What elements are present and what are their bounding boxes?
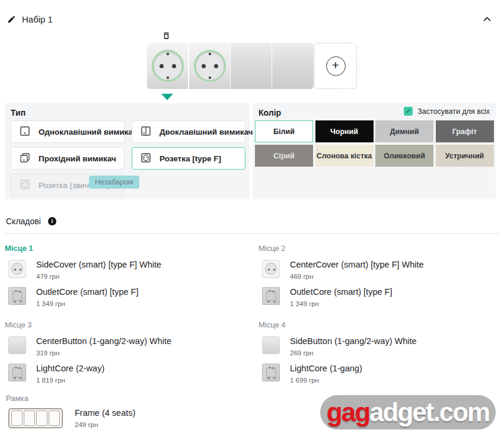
chevron-up-icon: [482, 17, 492, 26]
checkbox-checked-icon[interactable]: ✓: [404, 107, 413, 116]
type-option-one-gang[interactable]: Одноклавішний вимикач: [11, 120, 125, 143]
type-option-intermediate[interactable]: Прохідний вимикач: [11, 147, 125, 170]
list-item[interactable]: LightCore (1-gang) 1 699 грн: [262, 364, 502, 384]
place-4-label: Місце 4: [259, 320, 502, 329]
product-thumbnail-socket-cover: [8, 260, 26, 278]
color-swatch-smoky[interactable]: Димний: [375, 120, 433, 142]
product-price: 269 грн: [290, 349, 417, 357]
plus-icon: +: [326, 56, 346, 76]
product-name: CenterCover (smart) [type F] White: [290, 260, 424, 269]
product-thumbnail-frame: [8, 408, 63, 428]
color-section: Колір ✓ Застосувати для всіх Білий Чорни…: [253, 103, 496, 199]
product-thumbnail-socket-cover: [262, 260, 280, 278]
socket-face: [194, 50, 226, 82]
product-price: 1 349 грн: [290, 300, 392, 307]
coming-soon-badge: Незабаром: [89, 176, 139, 189]
place-3-label: Місце 3: [5, 320, 248, 329]
info-icon[interactable]: i: [48, 217, 56, 225]
collapse-set-button[interactable]: [482, 14, 492, 24]
frame-section-title: Рамка: [6, 394, 28, 403]
socket-face: [152, 50, 184, 82]
place-3-group: Місце 3 CenterButton (1-gang/2-way) Whit…: [5, 320, 248, 384]
selected-module-pointer: [161, 94, 173, 100]
watermark-logo: gagadget.com: [320, 395, 496, 429]
product-name: LightCore (2-way): [36, 364, 104, 373]
product-price: 319 грн: [36, 349, 171, 357]
product-thumbnail-mechanism: [8, 287, 26, 305]
apply-all-toggle[interactable]: ✓ Застосувати для всіх: [404, 107, 490, 116]
delete-module-button[interactable]: [162, 31, 171, 40]
product-price: 1 819 грн: [36, 377, 104, 384]
watermark-text-white: adget.com: [369, 397, 489, 427]
color-swatch-olive[interactable]: Оливковий: [375, 145, 433, 167]
color-swatch-ivory[interactable]: Слонова кістка: [315, 145, 374, 167]
product-price: 249 грн: [75, 421, 135, 428]
product-thumbnail-button-cover: [8, 336, 26, 354]
list-item[interactable]: OutletCore (smart) [type F] 1 349 грн: [262, 287, 502, 307]
place-4-group: Місце 4 SideButton (1-gang/2-way) White …: [259, 320, 502, 384]
set-header: Набір 1: [7, 14, 53, 24]
product-price: 1 349 грн: [36, 300, 138, 307]
apply-all-label: Застосувати для всіх: [417, 107, 490, 116]
one-gang-switch-icon: [20, 126, 30, 138]
module-socket-1[interactable]: [147, 43, 189, 89]
type-section: Тип Одноклавішний вимикач Двоклавішний в…: [5, 103, 250, 199]
color-section-title: Колір: [259, 108, 281, 117]
module-socket-2[interactable]: [189, 43, 231, 89]
product-thumbnail-button-cover: [262, 336, 280, 354]
list-item[interactable]: CenterButton (1-gang/2-way) White 319 гр…: [8, 336, 248, 357]
color-swatch-black[interactable]: Чорний: [315, 120, 374, 142]
components-title: Складові: [6, 217, 41, 226]
list-item[interactable]: OutletCore (smart) [type F] 1 349 грн: [8, 287, 248, 307]
module-switch-3[interactable]: [231, 43, 272, 89]
place-2-label: Місце 2: [259, 244, 502, 253]
components-header: Складові i: [6, 217, 56, 226]
color-swatch-oyster[interactable]: Устричний: [436, 145, 494, 167]
color-swatch-gray[interactable]: Сірий: [255, 145, 313, 167]
product-price: 1 699 грн: [290, 377, 362, 384]
product-name: SideCover (smart) [type F] White: [36, 260, 161, 269]
product-thumbnail-mechanism: [262, 364, 280, 381]
color-swatch-graphite[interactable]: Графіт: [436, 120, 494, 142]
product-thumbnail-mechanism: [262, 287, 280, 305]
product-name: LightCore (1-gang): [290, 364, 362, 373]
panel-preview: [147, 43, 314, 89]
module-switch-4[interactable]: [272, 43, 314, 89]
type-option-two-gang[interactable]: Двоклавішний вимикач: [132, 120, 245, 143]
watermark-text-red: gag: [327, 397, 369, 427]
trash-icon: [162, 33, 171, 42]
intermediate-switch-icon: [20, 152, 30, 165]
product-thumbnail-mechanism: [8, 364, 26, 381]
socket-type-f-icon: [141, 152, 151, 165]
frame-item[interactable]: Frame (4 seats) 249 грн: [8, 408, 135, 428]
socket-regular-icon: [20, 179, 30, 192]
product-price: 469 грн: [290, 273, 424, 280]
list-item[interactable]: CenterCover (smart) [type F] White 469 г…: [262, 260, 502, 280]
product-name: SideButton (1-gang/2-way) White: [290, 336, 417, 346]
place-2-group: Місце 2 CenterCover (smart) [type F] Whi…: [259, 244, 502, 307]
type-section-title: Тип: [11, 108, 25, 117]
list-item[interactable]: LightCore (2-way) 1 819 грн: [8, 364, 248, 384]
pencil-icon: [7, 17, 16, 26]
set-title: Набір 1: [22, 14, 53, 24]
product-name: OutletCore (smart) [type F]: [290, 287, 392, 297]
add-module-button[interactable]: +: [314, 43, 357, 89]
list-item[interactable]: SideButton (1-gang/2-way) White 269 грн: [262, 336, 502, 357]
type-option-socket-f[interactable]: Розетка [type F]: [132, 147, 245, 170]
product-name: OutletCore (smart) [type F]: [36, 287, 138, 297]
place-1-group: Місце 1 SideCover (smart) [type F] White…: [5, 244, 248, 307]
color-swatches: Білий Чорний Димний Графіт Сірий Слонова…: [255, 120, 493, 167]
edit-set-button[interactable]: [7, 15, 16, 24]
place-1-label: Місце 1: [5, 244, 248, 253]
product-name: Frame (4 seats): [75, 408, 135, 418]
divider: [5, 233, 499, 234]
color-swatch-white[interactable]: Білий: [255, 120, 313, 142]
product-price: 479 грн: [36, 273, 161, 280]
configurator-page: Набір 1 + Тип: [0, 0, 504, 436]
two-gang-switch-icon: [141, 126, 151, 138]
list-item[interactable]: SideCover (smart) [type F] White 479 грн: [8, 260, 248, 280]
product-name: CenterButton (1-gang/2-way) White: [36, 336, 171, 346]
